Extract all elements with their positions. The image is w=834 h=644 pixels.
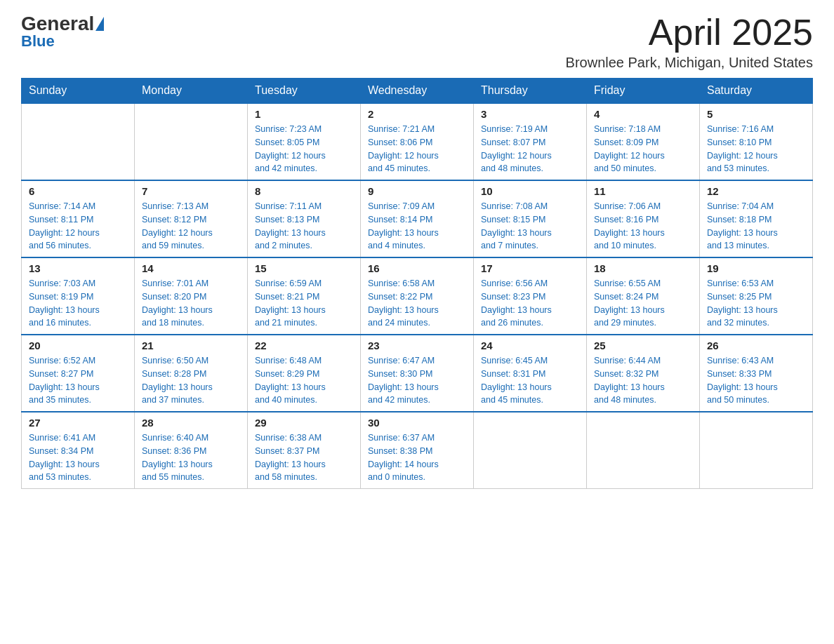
location-title: Brownlee Park, Michigan, United States <box>566 55 813 71</box>
day-info: Sunrise: 6:48 AMSunset: 8:29 PMDaylight:… <box>255 354 353 407</box>
day-number: 9 <box>368 185 466 197</box>
day-number: 1 <box>255 108 353 120</box>
day-info: Sunrise: 6:40 AMSunset: 8:36 PMDaylight:… <box>142 431 240 484</box>
calendar-cell: 8Sunrise: 7:11 AMSunset: 8:13 PMDaylight… <box>248 180 361 257</box>
weekday-header: Wednesday <box>361 79 474 104</box>
day-number: 3 <box>481 108 579 120</box>
day-info: Sunrise: 6:55 AMSunset: 8:24 PMDaylight:… <box>594 277 692 330</box>
day-info: Sunrise: 7:18 AMSunset: 8:09 PMDaylight:… <box>594 123 692 175</box>
calendar-cell <box>22 103 135 180</box>
day-info: Sunrise: 6:53 AMSunset: 8:25 PMDaylight:… <box>707 277 805 330</box>
day-info: Sunrise: 6:45 AMSunset: 8:31 PMDaylight:… <box>481 354 579 407</box>
day-info: Sunrise: 6:44 AMSunset: 8:32 PMDaylight:… <box>594 354 692 407</box>
calendar-table: SundayMondayTuesdayWednesdayThursdayFrid… <box>21 78 813 489</box>
calendar-header-row: SundayMondayTuesdayWednesdayThursdayFrid… <box>22 79 813 104</box>
day-info: Sunrise: 7:04 AMSunset: 8:18 PMDaylight:… <box>707 200 805 253</box>
day-info: Sunrise: 6:38 AMSunset: 8:37 PMDaylight:… <box>255 431 353 484</box>
weekday-header: Monday <box>135 79 248 104</box>
calendar-cell: 10Sunrise: 7:08 AMSunset: 8:15 PMDayligh… <box>474 180 587 257</box>
calendar-cell: 26Sunrise: 6:43 AMSunset: 8:33 PMDayligh… <box>700 335 813 412</box>
day-number: 10 <box>481 185 579 197</box>
day-number: 20 <box>29 340 127 351</box>
day-number: 28 <box>142 417 240 429</box>
day-number: 25 <box>594 340 692 351</box>
calendar-cell: 6Sunrise: 7:14 AMSunset: 8:11 PMDaylight… <box>22 180 135 257</box>
day-number: 26 <box>707 340 805 351</box>
day-info: Sunrise: 6:56 AMSunset: 8:23 PMDaylight:… <box>481 277 579 330</box>
logo-triangle-icon <box>95 17 104 31</box>
day-number: 7 <box>142 185 240 197</box>
day-number: 12 <box>707 185 805 197</box>
calendar-week-row: 1Sunrise: 7:23 AMSunset: 8:05 PMDaylight… <box>22 103 813 180</box>
day-info: Sunrise: 7:08 AMSunset: 8:15 PMDaylight:… <box>481 200 579 253</box>
calendar-cell: 20Sunrise: 6:52 AMSunset: 8:27 PMDayligh… <box>22 335 135 412</box>
day-number: 8 <box>255 185 353 197</box>
day-info: Sunrise: 7:01 AMSunset: 8:20 PMDaylight:… <box>142 277 240 330</box>
day-number: 27 <box>29 417 127 429</box>
calendar-cell: 7Sunrise: 7:13 AMSunset: 8:12 PMDaylight… <box>135 180 248 257</box>
calendar-cell <box>135 103 248 180</box>
day-info: Sunrise: 6:47 AMSunset: 8:30 PMDaylight:… <box>368 354 466 407</box>
day-info: Sunrise: 7:23 AMSunset: 8:05 PMDaylight:… <box>255 123 353 175</box>
weekday-header: Friday <box>587 79 700 104</box>
day-number: 4 <box>594 108 692 120</box>
day-number: 19 <box>707 262 805 274</box>
day-info: Sunrise: 7:21 AMSunset: 8:06 PMDaylight:… <box>368 123 466 175</box>
day-number: 30 <box>368 417 466 429</box>
day-number: 6 <box>29 185 127 197</box>
calendar-cell: 18Sunrise: 6:55 AMSunset: 8:24 PMDayligh… <box>587 257 700 335</box>
day-info: Sunrise: 7:13 AMSunset: 8:12 PMDaylight:… <box>142 200 240 253</box>
day-number: 17 <box>481 262 579 274</box>
calendar-cell: 30Sunrise: 6:37 AMSunset: 8:38 PMDayligh… <box>361 412 474 489</box>
day-number: 11 <box>594 185 692 197</box>
day-number: 16 <box>368 262 466 274</box>
day-info: Sunrise: 7:19 AMSunset: 8:07 PMDaylight:… <box>481 123 579 175</box>
calendar-week-row: 13Sunrise: 7:03 AMSunset: 8:19 PMDayligh… <box>22 257 813 335</box>
day-number: 21 <box>142 340 240 351</box>
day-info: Sunrise: 6:41 AMSunset: 8:34 PMDaylight:… <box>29 431 127 484</box>
day-info: Sunrise: 7:06 AMSunset: 8:16 PMDaylight:… <box>594 200 692 253</box>
calendar-cell: 16Sunrise: 6:58 AMSunset: 8:22 PMDayligh… <box>361 257 474 335</box>
day-number: 23 <box>368 340 466 351</box>
day-info: Sunrise: 6:59 AMSunset: 8:21 PMDaylight:… <box>255 277 353 330</box>
day-number: 29 <box>255 417 353 429</box>
day-number: 2 <box>368 108 466 120</box>
month-title: April 2025 <box>566 14 813 51</box>
day-number: 24 <box>481 340 579 351</box>
calendar-cell: 28Sunrise: 6:40 AMSunset: 8:36 PMDayligh… <box>135 412 248 489</box>
calendar-week-row: 20Sunrise: 6:52 AMSunset: 8:27 PMDayligh… <box>22 335 813 412</box>
day-info: Sunrise: 6:58 AMSunset: 8:22 PMDaylight:… <box>368 277 466 330</box>
calendar-cell <box>587 412 700 489</box>
day-number: 5 <box>707 108 805 120</box>
weekday-header: Tuesday <box>248 79 361 104</box>
day-info: Sunrise: 6:52 AMSunset: 8:27 PMDaylight:… <box>29 354 127 407</box>
calendar-cell: 29Sunrise: 6:38 AMSunset: 8:37 PMDayligh… <box>248 412 361 489</box>
day-info: Sunrise: 7:09 AMSunset: 8:14 PMDaylight:… <box>368 200 466 253</box>
calendar-week-row: 27Sunrise: 6:41 AMSunset: 8:34 PMDayligh… <box>22 412 813 489</box>
calendar-cell: 25Sunrise: 6:44 AMSunset: 8:32 PMDayligh… <box>587 335 700 412</box>
calendar-cell: 23Sunrise: 6:47 AMSunset: 8:30 PMDayligh… <box>361 335 474 412</box>
day-number: 18 <box>594 262 692 274</box>
calendar-cell: 17Sunrise: 6:56 AMSunset: 8:23 PMDayligh… <box>474 257 587 335</box>
day-info: Sunrise: 7:16 AMSunset: 8:10 PMDaylight:… <box>707 123 805 175</box>
calendar-cell: 2Sunrise: 7:21 AMSunset: 8:06 PMDaylight… <box>361 103 474 180</box>
day-info: Sunrise: 7:11 AMSunset: 8:13 PMDaylight:… <box>255 200 353 253</box>
weekday-header: Saturday <box>700 79 813 104</box>
calendar-cell: 1Sunrise: 7:23 AMSunset: 8:05 PMDaylight… <box>248 103 361 180</box>
calendar-cell: 3Sunrise: 7:19 AMSunset: 8:07 PMDaylight… <box>474 103 587 180</box>
day-info: Sunrise: 7:03 AMSunset: 8:19 PMDaylight:… <box>29 277 127 330</box>
calendar-cell: 19Sunrise: 6:53 AMSunset: 8:25 PMDayligh… <box>700 257 813 335</box>
calendar-cell <box>700 412 813 489</box>
calendar-cell: 12Sunrise: 7:04 AMSunset: 8:18 PMDayligh… <box>700 180 813 257</box>
day-info: Sunrise: 6:50 AMSunset: 8:28 PMDaylight:… <box>142 354 240 407</box>
calendar-cell: 22Sunrise: 6:48 AMSunset: 8:29 PMDayligh… <box>248 335 361 412</box>
day-number: 13 <box>29 262 127 274</box>
day-number: 15 <box>255 262 353 274</box>
calendar-cell: 11Sunrise: 7:06 AMSunset: 8:16 PMDayligh… <box>587 180 700 257</box>
calendar-week-row: 6Sunrise: 7:14 AMSunset: 8:11 PMDaylight… <box>22 180 813 257</box>
calendar-cell: 24Sunrise: 6:45 AMSunset: 8:31 PMDayligh… <box>474 335 587 412</box>
logo: General Blue <box>21 14 104 51</box>
calendar-cell: 27Sunrise: 6:41 AMSunset: 8:34 PMDayligh… <box>22 412 135 489</box>
calendar-cell: 14Sunrise: 7:01 AMSunset: 8:20 PMDayligh… <box>135 257 248 335</box>
weekday-header: Thursday <box>474 79 587 104</box>
